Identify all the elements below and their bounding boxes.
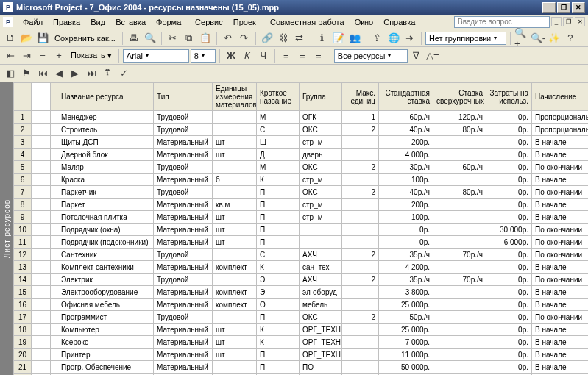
table-row[interactable]: 21Прогр. ОбеспечениеМатериальныйППО50 00… (14, 361, 589, 374)
name-cell[interactable]: Паркетчик (51, 186, 154, 199)
cost-cell[interactable]: 0р. (486, 336, 532, 349)
indicator-cell[interactable] (32, 174, 51, 186)
indicator-cell[interactable] (32, 199, 51, 211)
menu-window[interactable]: Окно (350, 16, 379, 28)
type-cell[interactable]: Материальный (154, 224, 213, 236)
max-cell[interactable] (342, 236, 379, 249)
std-cell[interactable]: 60р./ч (379, 111, 433, 124)
help-icon[interactable]: ? (563, 31, 578, 46)
short-cell[interactable]: Э (257, 274, 300, 286)
unit-cell[interactable]: кв.м (213, 199, 257, 211)
ot-cell[interactable] (433, 324, 486, 336)
max-header[interactable]: Макс. единиц (342, 83, 379, 111)
indicator-cell[interactable] (32, 186, 51, 199)
doc-restore-button[interactable]: ❐ (563, 17, 573, 26)
rownum-cell[interactable]: 8 (14, 199, 32, 211)
max-cell[interactable] (342, 199, 379, 211)
ot-cell[interactable] (433, 311, 486, 324)
group-cell[interactable]: АХЧ (300, 249, 342, 261)
split-icon[interactable]: ⇄ (292, 31, 307, 46)
max-cell[interactable] (342, 261, 379, 274)
std-cell[interactable]: 30р./ч (379, 161, 433, 174)
name-cell[interactable]: Ксерокс (51, 336, 154, 349)
ot-cell[interactable]: 80р./ч (433, 124, 486, 136)
indicator-header[interactable] (32, 83, 51, 111)
view-tab[interactable]: Лист ресурсов (0, 82, 13, 375)
group-cell[interactable] (300, 236, 342, 249)
indicator-cell[interactable] (32, 299, 51, 311)
cost-cell[interactable]: 0р. (486, 361, 532, 374)
acc-cell[interactable]: Пропорциональн (532, 111, 589, 124)
short-cell[interactable]: П (257, 361, 300, 374)
max-cell[interactable] (342, 211, 379, 224)
minimize-button[interactable]: _ (542, 2, 556, 13)
std-cell[interactable]: 3 800р. (379, 286, 433, 299)
indicator-cell[interactable] (32, 261, 51, 274)
maximize-button[interactable]: ❐ (557, 2, 570, 13)
rownum-cell[interactable]: 6 (14, 174, 32, 186)
ot-cell[interactable]: 120р./ч (433, 111, 486, 124)
ot-cell[interactable]: 70р./ч (433, 249, 486, 261)
short-cell[interactable]: П (257, 349, 300, 361)
type-cell[interactable]: Трудовой (154, 161, 213, 174)
group-combo[interactable]: Нет группировки ▾ (425, 32, 506, 45)
type-cell[interactable]: Трудовой (154, 111, 213, 124)
cost-cell[interactable]: 0р. (486, 149, 532, 161)
rownum-cell[interactable]: 21 (14, 361, 32, 374)
menu-service[interactable]: Сервис (190, 16, 228, 28)
std-cell[interactable]: 100р. (379, 211, 433, 224)
table-row[interactable]: 3Щиты ДСПМатериальныйштЩстр_м200р.0р.В н… (14, 136, 589, 149)
zoom-out-icon[interactable]: 🔍- (531, 31, 545, 46)
name-cell[interactable]: Принтер (51, 349, 154, 361)
indicator-cell[interactable] (32, 149, 51, 161)
acc-cell[interactable]: По окончании (532, 249, 589, 261)
table-row[interactable]: 1МенеджерТрудовойМОГК160р./ч120р./ч0р.Пр… (14, 111, 589, 124)
indicator-cell[interactable] (32, 161, 51, 174)
rownum-cell[interactable]: 2 (14, 124, 32, 136)
cost-cell[interactable]: 0р. (486, 299, 532, 311)
unit-cell[interactable] (213, 249, 257, 261)
wizard-icon[interactable]: ✨ (547, 31, 562, 46)
group-cell[interactable]: стр_м (300, 136, 342, 149)
show-label[interactable]: Показать ▾ (68, 51, 115, 60)
unit-cell[interactable] (213, 124, 257, 136)
rownum-header[interactable] (14, 83, 32, 111)
font-combo[interactable]: Arial ▾ (123, 49, 189, 63)
acc-cell[interactable]: В начале (532, 324, 589, 336)
new-icon[interactable]: 🗋 (3, 31, 18, 46)
name-cell[interactable]: Паркет (51, 199, 154, 211)
step-fwd-icon[interactable]: ▶ (68, 66, 82, 81)
std-cell[interactable]: 40р./ч (379, 124, 433, 136)
name-cell[interactable]: Электрик (51, 274, 154, 286)
short-cell[interactable]: О (257, 299, 300, 311)
cost-cell[interactable]: 30 000р. (486, 224, 532, 236)
name-cell[interactable]: Компьютер (51, 324, 154, 336)
unit-cell[interactable]: шт (213, 349, 257, 361)
filter-apply-icon[interactable]: △= (425, 49, 440, 63)
group-cell[interactable]: стр_м (300, 199, 342, 211)
group-cell[interactable]: дверь (300, 149, 342, 161)
type-header[interactable]: Тип (154, 83, 213, 111)
std-cell[interactable]: 50 000р. (379, 361, 433, 374)
outdent-icon[interactable]: ⇤ (3, 49, 18, 63)
name-cell[interactable]: Дверной блок (51, 149, 154, 161)
acc-cell[interactable]: В начале (532, 299, 589, 311)
name-cell[interactable]: Краска (51, 174, 154, 186)
doc-close-button[interactable]: ✕ (575, 17, 585, 26)
menu-insert[interactable]: Вставка (110, 16, 151, 28)
max-cell[interactable]: 2 (342, 249, 379, 261)
max-cell[interactable]: 2 (342, 274, 379, 286)
max-cell[interactable] (342, 174, 379, 186)
acc-cell[interactable]: В начале (532, 286, 589, 299)
indicator-cell[interactable] (32, 136, 51, 149)
max-cell[interactable] (342, 299, 379, 311)
ot-cell[interactable] (433, 261, 486, 274)
menu-collab[interactable]: Совместная работа (265, 16, 350, 28)
group-cell[interactable]: ОКС (300, 311, 342, 324)
std-cell[interactable]: 200р. (379, 199, 433, 211)
ot-cell[interactable] (433, 149, 486, 161)
std-cell[interactable]: 35р./ч (379, 274, 433, 286)
cost-cell[interactable]: 6 000р. (486, 236, 532, 249)
group-cell[interactable]: ОКС (300, 124, 342, 136)
max-cell[interactable]: 2 (342, 161, 379, 174)
